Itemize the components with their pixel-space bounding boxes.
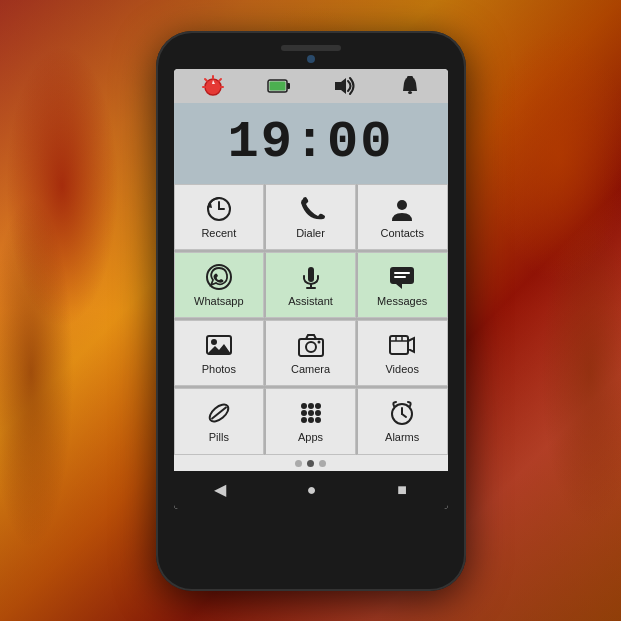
app-row-3: Photos Camera bbox=[174, 318, 448, 386]
pills-icon bbox=[205, 399, 233, 427]
svg-point-44 bbox=[315, 417, 321, 423]
app-contacts-label: Contacts bbox=[380, 227, 423, 239]
svg-point-27 bbox=[306, 342, 316, 352]
dot-1 bbox=[295, 460, 302, 467]
recent-button[interactable]: ■ bbox=[397, 481, 407, 499]
app-recent-label: Recent bbox=[201, 227, 236, 239]
app-messages[interactable]: Messages bbox=[356, 252, 448, 318]
whatsapp-icon bbox=[205, 263, 233, 291]
home-button[interactable]: ● bbox=[307, 481, 317, 499]
svg-point-40 bbox=[308, 410, 314, 416]
app-apps[interactable]: Apps bbox=[264, 388, 356, 454]
app-apps-label: Apps bbox=[298, 431, 323, 443]
svg-rect-12 bbox=[407, 76, 413, 79]
pagination-dots bbox=[174, 455, 448, 471]
phone-speaker bbox=[281, 45, 341, 51]
app-videos[interactable]: Videos bbox=[356, 320, 448, 386]
volume-icon bbox=[333, 76, 357, 96]
svg-marker-20 bbox=[396, 284, 402, 289]
battery-icon bbox=[267, 78, 291, 94]
svg-point-28 bbox=[317, 341, 320, 344]
app-assistant-label: Assistant bbox=[288, 295, 333, 307]
app-recent[interactable]: Recent bbox=[174, 184, 265, 250]
svg-marker-30 bbox=[408, 338, 414, 352]
svg-point-41 bbox=[315, 410, 321, 416]
svg-line-4 bbox=[219, 79, 221, 81]
app-whatsapp[interactable]: Whatsapp bbox=[174, 252, 265, 318]
app-pills[interactable]: Pills bbox=[174, 388, 265, 454]
svg-point-24 bbox=[211, 339, 217, 345]
app-photos[interactable]: Photos bbox=[174, 320, 265, 386]
svg-marker-10 bbox=[335, 78, 346, 94]
contacts-icon bbox=[388, 195, 416, 223]
app-row-2: Whatsapp Assistant bbox=[174, 250, 448, 318]
svg-rect-19 bbox=[390, 267, 414, 284]
back-button[interactable]: ◀ bbox=[214, 480, 226, 499]
assistant-icon bbox=[297, 263, 325, 291]
svg-point-37 bbox=[308, 403, 314, 409]
phone-bottom bbox=[156, 509, 466, 591]
svg-rect-11 bbox=[408, 91, 412, 94]
app-assistant[interactable]: Assistant bbox=[264, 252, 356, 318]
dot-3 bbox=[319, 460, 326, 467]
alarms-icon bbox=[388, 399, 416, 427]
clock-display: 19:00 bbox=[174, 113, 448, 172]
svg-rect-29 bbox=[390, 336, 408, 354]
app-camera[interactable]: Camera bbox=[264, 320, 356, 386]
app-dialer[interactable]: Dialer bbox=[264, 184, 356, 250]
videos-icon bbox=[388, 331, 416, 359]
app-dialer-label: Dialer bbox=[296, 227, 325, 239]
app-photos-label: Photos bbox=[202, 363, 236, 375]
svg-rect-9 bbox=[269, 81, 285, 90]
app-videos-label: Videos bbox=[385, 363, 418, 375]
messages-icon bbox=[388, 263, 416, 291]
app-alarms[interactable]: Alarms bbox=[356, 388, 448, 454]
recent-icon bbox=[205, 195, 233, 223]
app-alarms-label: Alarms bbox=[385, 431, 419, 443]
status-bar bbox=[174, 69, 448, 103]
svg-line-47 bbox=[402, 414, 406, 417]
svg-line-3 bbox=[205, 79, 207, 81]
svg-point-36 bbox=[301, 403, 307, 409]
dot-2 bbox=[307, 460, 314, 467]
photos-icon bbox=[205, 331, 233, 359]
app-row-4: Pills bbox=[174, 386, 448, 454]
app-messages-label: Messages bbox=[377, 295, 427, 307]
svg-marker-25 bbox=[207, 344, 231, 354]
clock-area: 19:00 bbox=[174, 103, 448, 184]
alarm-icon bbox=[201, 75, 225, 97]
svg-rect-8 bbox=[287, 83, 290, 89]
app-whatsapp-label: Whatsapp bbox=[194, 295, 244, 307]
app-pills-label: Pills bbox=[209, 431, 229, 443]
app-row-1: Recent Dialer bbox=[174, 184, 448, 250]
phone-screen: 19:00 Recent bbox=[174, 69, 448, 509]
phone-device: 19:00 Recent bbox=[156, 31, 466, 591]
phone-camera bbox=[307, 55, 315, 63]
camera-icon bbox=[297, 331, 325, 359]
app-grid: Recent Dialer bbox=[174, 184, 448, 455]
app-camera-label: Camera bbox=[291, 363, 330, 375]
svg-point-15 bbox=[397, 200, 407, 210]
app-contacts[interactable]: Contacts bbox=[356, 184, 448, 250]
svg-point-39 bbox=[301, 410, 307, 416]
svg-point-38 bbox=[315, 403, 321, 409]
nav-bar: ◀ ● ■ bbox=[174, 471, 448, 509]
bell-icon bbox=[399, 75, 421, 97]
apps-icon bbox=[297, 399, 325, 427]
dialer-icon bbox=[297, 195, 325, 223]
svg-point-43 bbox=[308, 417, 314, 423]
svg-point-42 bbox=[301, 417, 307, 423]
